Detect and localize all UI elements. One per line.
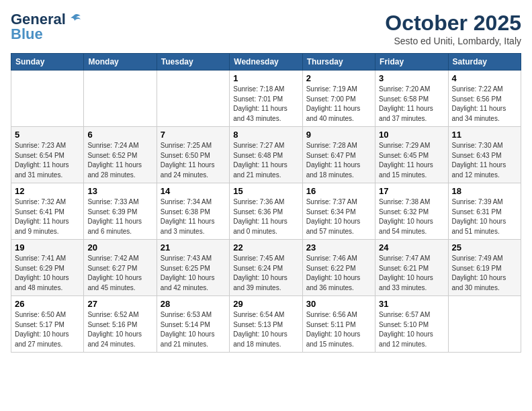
day-info: Sunrise: 7:46 AM Sunset: 6:22 PM Dayligh… <box>306 254 371 293</box>
calendar-cell: 5Sunrise: 7:23 AM Sunset: 6:54 PM Daylig… <box>11 127 84 183</box>
day-header-monday: Monday <box>84 54 157 71</box>
day-info: Sunrise: 6:53 AM Sunset: 5:14 PM Dayligh… <box>161 310 226 349</box>
calendar-cell: 27Sunrise: 6:52 AM Sunset: 5:16 PM Dayli… <box>84 296 157 353</box>
calendar-cell: 20Sunrise: 7:42 AM Sunset: 6:27 PM Dayli… <box>84 240 157 296</box>
day-info: Sunrise: 7:42 AM Sunset: 6:27 PM Dayligh… <box>87 254 152 293</box>
calendar-cell: 19Sunrise: 7:41 AM Sunset: 6:29 PM Dayli… <box>11 240 84 296</box>
day-info: Sunrise: 7:23 AM Sunset: 6:54 PM Dayligh… <box>15 141 80 180</box>
day-number: 12 <box>15 186 80 196</box>
day-info: Sunrise: 7:49 AM Sunset: 6:19 PM Dayligh… <box>452 254 517 293</box>
day-info: Sunrise: 6:50 AM Sunset: 5:17 PM Dayligh… <box>15 310 80 349</box>
day-info: Sunrise: 7:19 AM Sunset: 7:00 PM Dayligh… <box>306 85 371 124</box>
location: Sesto ed Uniti, Lombardy, Italy <box>385 36 521 46</box>
day-number: 3 <box>379 73 444 83</box>
day-number: 21 <box>161 242 226 253</box>
calendar-cell: 14Sunrise: 7:34 AM Sunset: 6:38 PM Dayli… <box>157 183 229 240</box>
day-header-sunday: Sunday <box>11 54 84 71</box>
day-number: 2 <box>306 73 371 83</box>
day-number: 17 <box>379 186 444 196</box>
logo: General Blue <box>11 11 82 43</box>
day-header-tuesday: Tuesday <box>157 54 229 71</box>
day-number: 10 <box>379 130 444 140</box>
day-header-friday: Friday <box>375 54 448 71</box>
day-info: Sunrise: 7:30 AM Sunset: 6:43 PM Dayligh… <box>452 141 517 180</box>
calendar-cell: 13Sunrise: 7:33 AM Sunset: 6:39 PM Dayli… <box>84 183 157 240</box>
day-info: Sunrise: 7:39 AM Sunset: 6:31 PM Dayligh… <box>452 197 517 236</box>
day-info: Sunrise: 7:37 AM Sunset: 6:34 PM Dayligh… <box>306 197 371 236</box>
day-number: 29 <box>233 299 298 309</box>
day-info: Sunrise: 7:34 AM Sunset: 6:38 PM Dayligh… <box>161 197 226 236</box>
calendar-cell: 7Sunrise: 7:25 AM Sunset: 6:50 PM Daylig… <box>157 127 229 183</box>
calendar-cell: 8Sunrise: 7:27 AM Sunset: 6:48 PM Daylig… <box>230 127 302 183</box>
day-number: 27 <box>87 299 152 309</box>
day-number: 4 <box>452 73 517 83</box>
calendar-cell: 25Sunrise: 7:49 AM Sunset: 6:19 PM Dayli… <box>448 240 521 296</box>
calendar-cell: 30Sunrise: 6:56 AM Sunset: 5:11 PM Dayli… <box>302 296 375 353</box>
calendar-table: SundayMondayTuesdayWednesdayThursdayFrid… <box>11 53 521 353</box>
calendar-cell: 24Sunrise: 7:47 AM Sunset: 6:21 PM Dayli… <box>375 240 448 296</box>
day-info: Sunrise: 7:20 AM Sunset: 6:58 PM Dayligh… <box>379 85 444 124</box>
day-number: 1 <box>233 73 298 83</box>
calendar-cell: 6Sunrise: 7:24 AM Sunset: 6:52 PM Daylig… <box>84 127 157 183</box>
day-info: Sunrise: 7:24 AM Sunset: 6:52 PM Dayligh… <box>87 141 152 180</box>
day-number: 6 <box>87 130 152 140</box>
day-number: 8 <box>233 130 298 140</box>
day-number: 28 <box>161 299 226 309</box>
calendar-cell: 4Sunrise: 7:22 AM Sunset: 6:56 PM Daylig… <box>448 71 521 127</box>
day-info: Sunrise: 7:33 AM Sunset: 6:39 PM Dayligh… <box>87 197 152 236</box>
day-number: 22 <box>233 242 298 253</box>
day-number: 25 <box>452 242 517 253</box>
calendar-cell <box>448 296 521 353</box>
month-title: October 2025 <box>385 11 521 36</box>
day-info: Sunrise: 7:45 AM Sunset: 6:24 PM Dayligh… <box>233 254 298 293</box>
week-row: 19Sunrise: 7:41 AM Sunset: 6:29 PM Dayli… <box>11 240 521 296</box>
calendar-cell: 26Sunrise: 6:50 AM Sunset: 5:17 PM Dayli… <box>11 296 84 353</box>
day-info: Sunrise: 7:38 AM Sunset: 6:32 PM Dayligh… <box>379 197 444 236</box>
day-info: Sunrise: 7:18 AM Sunset: 7:01 PM Dayligh… <box>233 85 298 124</box>
day-number: 26 <box>15 299 80 309</box>
day-number: 7 <box>161 130 226 140</box>
calendar-cell: 29Sunrise: 6:54 AM Sunset: 5:13 PM Dayli… <box>230 296 302 353</box>
day-number: 16 <box>306 186 371 196</box>
title-block: October 2025 Sesto ed Uniti, Lombardy, I… <box>385 11 521 46</box>
calendar-cell: 10Sunrise: 7:29 AM Sunset: 6:45 PM Dayli… <box>375 127 448 183</box>
day-number: 5 <box>15 130 80 140</box>
day-info: Sunrise: 7:27 AM Sunset: 6:48 PM Dayligh… <box>233 141 298 180</box>
day-header-thursday: Thursday <box>302 54 375 71</box>
week-row: 1Sunrise: 7:18 AM Sunset: 7:01 PM Daylig… <box>11 71 521 127</box>
week-row: 5Sunrise: 7:23 AM Sunset: 6:54 PM Daylig… <box>11 127 521 183</box>
calendar-cell: 1Sunrise: 7:18 AM Sunset: 7:01 PM Daylig… <box>230 71 302 127</box>
calendar-cell <box>11 71 84 127</box>
day-header-saturday: Saturday <box>448 54 521 71</box>
calendar-cell: 16Sunrise: 7:37 AM Sunset: 6:34 PM Dayli… <box>302 183 375 240</box>
calendar-cell: 21Sunrise: 7:43 AM Sunset: 6:25 PM Dayli… <box>157 240 229 296</box>
day-info: Sunrise: 6:52 AM Sunset: 5:16 PM Dayligh… <box>87 310 152 349</box>
day-info: Sunrise: 7:25 AM Sunset: 6:50 PM Dayligh… <box>161 141 226 180</box>
day-number: 14 <box>161 186 226 196</box>
week-row: 12Sunrise: 7:32 AM Sunset: 6:41 PM Dayli… <box>11 183 521 240</box>
day-info: Sunrise: 6:54 AM Sunset: 5:13 PM Dayligh… <box>233 310 298 349</box>
day-info: Sunrise: 7:43 AM Sunset: 6:25 PM Dayligh… <box>161 254 226 293</box>
day-info: Sunrise: 7:22 AM Sunset: 6:56 PM Dayligh… <box>452 85 517 124</box>
calendar-cell: 23Sunrise: 7:46 AM Sunset: 6:22 PM Dayli… <box>302 240 375 296</box>
calendar-cell: 17Sunrise: 7:38 AM Sunset: 6:32 PM Dayli… <box>375 183 448 240</box>
day-info: Sunrise: 6:57 AM Sunset: 5:10 PM Dayligh… <box>379 310 444 349</box>
day-number: 15 <box>233 186 298 196</box>
calendar-cell: 12Sunrise: 7:32 AM Sunset: 6:41 PM Dayli… <box>11 183 84 240</box>
calendar-cell: 15Sunrise: 7:36 AM Sunset: 6:36 PM Dayli… <box>230 183 302 240</box>
day-number: 20 <box>87 242 152 253</box>
logo-bird-icon <box>67 12 82 27</box>
calendar-cell: 18Sunrise: 7:39 AM Sunset: 6:31 PM Dayli… <box>448 183 521 240</box>
day-number: 18 <box>452 186 517 196</box>
day-number: 13 <box>87 186 152 196</box>
calendar-cell: 9Sunrise: 7:28 AM Sunset: 6:47 PM Daylig… <box>302 127 375 183</box>
day-info: Sunrise: 7:28 AM Sunset: 6:47 PM Dayligh… <box>306 141 371 180</box>
day-info: Sunrise: 7:47 AM Sunset: 6:21 PM Dayligh… <box>379 254 444 293</box>
day-info: Sunrise: 6:56 AM Sunset: 5:11 PM Dayligh… <box>306 310 371 349</box>
day-header-wednesday: Wednesday <box>230 54 302 71</box>
calendar-cell: 11Sunrise: 7:30 AM Sunset: 6:43 PM Dayli… <box>448 127 521 183</box>
calendar-cell: 3Sunrise: 7:20 AM Sunset: 6:58 PM Daylig… <box>375 71 448 127</box>
day-number: 9 <box>306 130 371 140</box>
day-number: 11 <box>452 130 517 140</box>
calendar-cell: 22Sunrise: 7:45 AM Sunset: 6:24 PM Dayli… <box>230 240 302 296</box>
